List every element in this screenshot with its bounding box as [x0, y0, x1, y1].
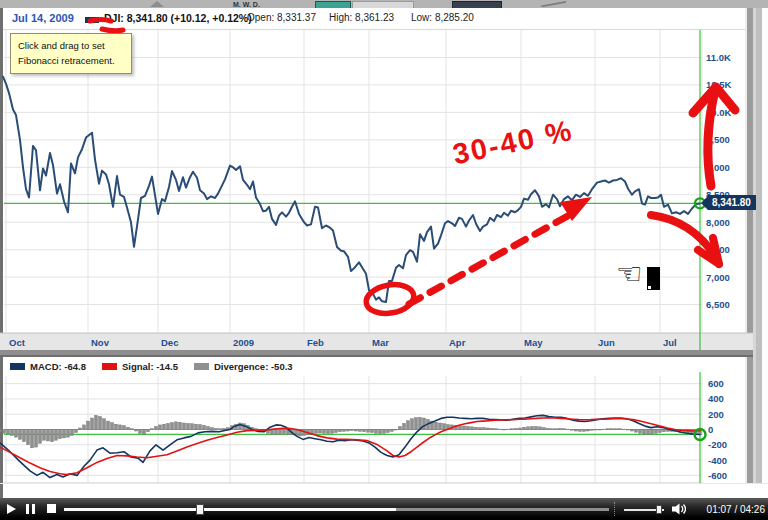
time-display: 01:07 / 04:26 — [707, 504, 765, 515]
red-up-arrow-shaft — [708, 90, 715, 186]
red-underline-scribble — [90, 20, 111, 22]
pointing-hand-icon: ☜ — [616, 256, 643, 291]
seek-bar-buffered — [64, 508, 396, 511]
stop-button[interactable] — [47, 504, 56, 513]
speaker-icon[interactable] — [672, 503, 686, 515]
hand-drawn-annotations — [0, 0, 768, 498]
red-dashed-trend-arrow — [409, 212, 575, 304]
seek-bar[interactable] — [64, 508, 609, 511]
player-separator — [614, 502, 615, 516]
red-underline-scribble — [102, 29, 123, 31]
window-bottom-edge — [0, 483, 768, 498]
play-button[interactable] — [7, 504, 16, 514]
seek-handle[interactable] — [196, 504, 204, 515]
volume-handle[interactable] — [656, 505, 662, 514]
video-player-bar: 01:07 / 04:26 — [0, 498, 768, 520]
charting-app-window: M. W. D. Jul 14, 2009 DJI: 8,341.80 (+10… — [0, 0, 768, 520]
pause-button[interactable] — [26, 504, 35, 514]
red-circle-march-low — [364, 281, 416, 317]
hand-cursor-box — [647, 267, 660, 290]
hand-cursor: ☜ — [618, 262, 666, 296]
